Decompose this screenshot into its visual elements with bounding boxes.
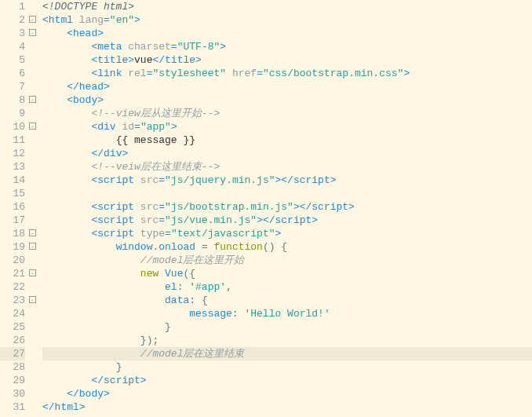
code-line[interactable]: <!--veiw层在这里结束--> <box>42 160 532 174</box>
line-number[interactable]: 14 <box>0 174 25 187</box>
code-line[interactable] <box>42 187 532 200</box>
code-line[interactable]: } <box>42 360 532 374</box>
code-line[interactable]: //model层在这里开始 <box>42 254 532 267</box>
code-line[interactable]: </script> <box>42 374 532 387</box>
code-line[interactable]: message: 'Hello World!' <box>42 307 532 320</box>
line-number[interactable]: 4 <box>0 40 25 53</box>
line-number[interactable]: 17 <box>0 214 25 227</box>
code-line[interactable]: </div> <box>42 147 532 160</box>
line-number[interactable]: 16 <box>0 200 25 214</box>
code-line[interactable]: }); <box>42 334 532 347</box>
code-line[interactable]: <body> <box>42 93 532 107</box>
line-number[interactable]: 12 <box>0 147 25 160</box>
line-number[interactable]: 20 <box>0 254 25 267</box>
line-number[interactable]: 2 <box>0 13 25 27</box>
line-number[interactable]: 23 <box>0 294 25 307</box>
code-line[interactable]: <meta charset="UTF-8"> <box>42 40 532 53</box>
code-line[interactable]: <script src="js/vue.min.js"></script> <box>42 214 532 227</box>
fold-marker-icon[interactable]: - <box>29 123 36 130</box>
fold-marker-icon[interactable]: - <box>29 269 36 276</box>
code-line[interactable]: el: '#app', <box>42 280 532 294</box>
line-number[interactable]: 13 <box>0 160 25 174</box>
fold-marker-icon[interactable]: - <box>29 296 36 303</box>
line-number-gutter[interactable]: 1234567891011121314151617181920212223242… <box>0 0 28 414</box>
code-line[interactable]: data: { <box>42 294 532 307</box>
line-number[interactable]: 10 <box>0 120 25 134</box>
line-number[interactable]: 1 <box>0 0 25 13</box>
code-line[interactable]: <link rel="stylesheet" href="css/bootstr… <box>42 67 532 80</box>
code-line[interactable]: //model层在这里结束 <box>42 347 532 360</box>
code-line[interactable]: </head> <box>42 80 532 93</box>
line-number[interactable]: 6 <box>0 67 25 80</box>
code-line[interactable]: <!DOCTYPE html> <box>42 0 532 13</box>
code-line[interactable]: <head> <box>42 27 532 40</box>
code-editor[interactable]: 1234567891011121314151617181920212223242… <box>0 0 532 414</box>
code-line[interactable]: new Vue({ <box>42 267 532 280</box>
line-number[interactable]: 24 <box>0 307 25 320</box>
code-line[interactable]: </html> <box>42 401 532 414</box>
line-number[interactable]: 25 <box>0 320 25 334</box>
line-number[interactable]: 26 <box>0 334 25 347</box>
fold-marker-icon[interactable]: - <box>29 96 36 103</box>
code-line[interactable]: <!--view层从这里开始--> <box>42 107 532 120</box>
line-number[interactable]: 28 <box>0 360 25 374</box>
line-number[interactable]: 29 <box>0 374 25 387</box>
code-line[interactable]: </body> <box>42 387 532 401</box>
fold-marker-icon[interactable]: - <box>29 243 36 250</box>
fold-marker-icon[interactable]: - <box>29 229 36 236</box>
fold-marker-icon[interactable]: - <box>29 16 36 23</box>
line-number[interactable]: 30 <box>0 387 25 401</box>
line-number[interactable]: 27 <box>0 347 25 360</box>
fold-marker-icon[interactable]: - <box>29 29 36 36</box>
line-number[interactable]: 5 <box>0 53 25 67</box>
line-number[interactable]: 19 <box>0 240 25 254</box>
line-number[interactable]: 22 <box>0 280 25 294</box>
line-number[interactable]: 21 <box>0 267 25 280</box>
code-area[interactable]: <!DOCTYPE html><html lang="en"> <head> <… <box>38 0 532 414</box>
code-line[interactable]: <script src="js/jquery.min.js"></script> <box>42 174 532 187</box>
fold-gutter[interactable]: -------- <box>28 0 38 414</box>
code-line[interactable]: <div id="app"> <box>42 120 532 134</box>
line-number[interactable]: 9 <box>0 107 25 120</box>
line-number[interactable]: 31 <box>0 401 25 414</box>
code-line[interactable]: } <box>42 320 532 334</box>
line-number[interactable]: 3 <box>0 27 25 40</box>
line-number[interactable]: 7 <box>0 80 25 93</box>
code-line[interactable]: <html lang="en"> <box>42 13 532 27</box>
line-number[interactable]: 8 <box>0 93 25 107</box>
code-line[interactable]: {{ message }} <box>42 134 532 147</box>
code-line[interactable]: window.onload = function() { <box>42 240 532 254</box>
code-line[interactable]: <title>vue</title> <box>42 53 532 67</box>
code-line[interactable]: <script type="text/javascript"> <box>42 227 532 240</box>
code-line[interactable]: <script src="js/bootstrap.min.js"></scri… <box>42 200 532 214</box>
line-number[interactable]: 15 <box>0 187 25 200</box>
line-number[interactable]: 18 <box>0 227 25 240</box>
line-number[interactable]: 11 <box>0 134 25 147</box>
